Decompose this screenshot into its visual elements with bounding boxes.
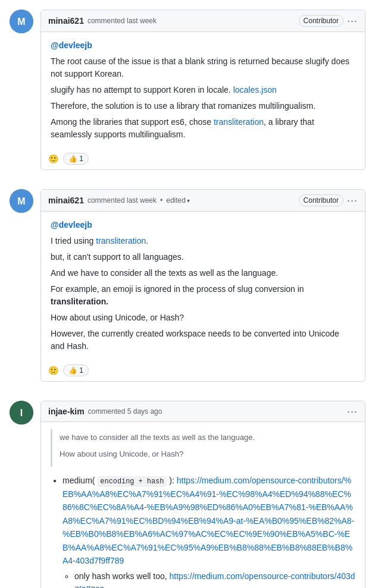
comment-1-body: @devleejb The root cause of the issue is… xyxy=(41,32,365,148)
list-item-hash: only hash works well too, https://medium… xyxy=(74,570,355,588)
svg-text:I: I xyxy=(20,408,23,418)
comment-2-content: minai621 commented last week • edited ▾ … xyxy=(40,189,365,382)
comment-1-header-left: minai621 commented last week xyxy=(48,16,157,26)
comment-2-edited: edited ▾ xyxy=(166,196,190,205)
code-encoding-hash-1: encoding + hash xyxy=(97,476,167,487)
comment-3-body: we have to consider all the texts as wel… xyxy=(41,422,365,588)
avatar-injae: I xyxy=(10,401,33,425)
comment-2-dot: • xyxy=(160,196,162,205)
comment-1-username: minai621 xyxy=(48,16,84,26)
avatar-minai-2: M xyxy=(10,189,33,213)
comment-3-more-button[interactable]: ··· xyxy=(347,406,358,417)
list-item-medium: medium( encoding + hash ): https://mediu… xyxy=(62,474,355,588)
comment-2-line3: And we have to consider all the texts as… xyxy=(51,267,355,279)
svg-text:M: M xyxy=(17,196,25,206)
comment-1-more-button[interactable]: ··· xyxy=(347,15,358,26)
comment-2-body: @devleejb I tried using transliteration.… xyxy=(41,212,365,360)
comment-1-header: minai621 commented last week Contributor… xyxy=(41,10,365,32)
add-reaction-2[interactable]: 🙂 xyxy=(48,366,58,375)
transliteration-bold: transliteration. xyxy=(51,297,108,306)
comment-3-header-left: injae-kim commented 5 days ago xyxy=(48,407,162,416)
comment-2-header-right: Contributor ··· xyxy=(299,194,358,206)
medium-link[interactable]: https://medium.com/opensource-contributo… xyxy=(62,476,354,565)
transliteration-link-2[interactable]: transliteration xyxy=(96,236,146,246)
contributor-badge-1: Contributor xyxy=(299,15,343,27)
comment-2-line1: I tried using transliteration. xyxy=(51,235,355,247)
spacer-2 xyxy=(0,382,375,391)
mention-2: @devleejb xyxy=(51,220,92,229)
comment-2-header: minai621 commented last week • edited ▾ … xyxy=(41,190,365,212)
comment-2-username: minai621 xyxy=(48,196,84,205)
comment-3-header: injae-kim commented 5 days ago ··· xyxy=(41,401,365,422)
comment-2-line5: How about using Unicode, or Hash? xyxy=(51,312,355,324)
comment-2-line2: but, it can't support to all languages. xyxy=(51,251,355,263)
comment-block-1: M minai621 commented last week Contribut… xyxy=(0,0,375,170)
contributor-badge-2: Contributor xyxy=(299,194,343,206)
comment-3-header-right: ··· xyxy=(347,406,358,417)
comment-2-more-button[interactable]: ··· xyxy=(347,195,358,206)
avatar-minai-1: M xyxy=(10,10,33,33)
comment-2-footer: 🙂 👍 1 xyxy=(41,360,365,381)
medium-sub-list: only hash works well too, https://medium… xyxy=(74,570,355,588)
transliteration-link-1[interactable]: transliteration xyxy=(214,117,264,127)
comment-2-header-left: minai621 commented last week • edited ▾ xyxy=(48,196,190,205)
locales-json-link[interactable]: locales.json xyxy=(233,85,277,95)
comment-1-header-right: Contributor ··· xyxy=(299,15,358,27)
edited-chevron-2[interactable]: ▾ xyxy=(187,197,190,204)
mention-1: @devleejb xyxy=(51,40,92,50)
comment-1-line1: The root cause of the issue is that a bl… xyxy=(51,55,355,80)
comment-1-line3: Therefore, the solution is to use a libr… xyxy=(51,100,355,112)
comment-block-2: M minai621 commented last week • edited … xyxy=(0,180,375,382)
comment-1-line2: slugify has no attempt to support Koren … xyxy=(51,84,355,96)
comment-3-content: injae-kim commented 5 days ago ··· we ha… xyxy=(40,401,365,588)
spacer-1 xyxy=(0,170,375,180)
add-reaction-1[interactable]: 🙂 xyxy=(48,154,58,163)
comment-2-meta: commented last week xyxy=(88,196,157,205)
comment-block-3: I injae-kim commented 5 days ago ··· we … xyxy=(0,391,375,588)
thumbsup-reaction-2[interactable]: 👍 1 xyxy=(63,364,89,376)
comment-1-footer: 🙂 👍 1 xyxy=(41,148,365,169)
comment-1-line4: Among the libraries that support es6, ch… xyxy=(51,116,355,141)
comment-3-meta: commented 5 days ago xyxy=(88,407,162,416)
comment-3-quote: we have to consider all the texts as wel… xyxy=(51,429,355,467)
thumbsup-reaction-1[interactable]: 👍 1 xyxy=(63,153,89,165)
comment-1-meta: commented last week xyxy=(88,17,157,25)
svg-text:M: M xyxy=(17,17,25,27)
comment-1-content: minai621 commented last week Contributor… xyxy=(40,10,365,170)
comment-3-username: injae-kim xyxy=(48,407,85,416)
comment-3-list: medium( encoding + hash ): https://mediu… xyxy=(62,474,355,588)
comment-2-line6: However, the currently created workspace… xyxy=(51,328,355,353)
comment-2-line4: For example, an emoji is ignored in the … xyxy=(51,283,355,308)
